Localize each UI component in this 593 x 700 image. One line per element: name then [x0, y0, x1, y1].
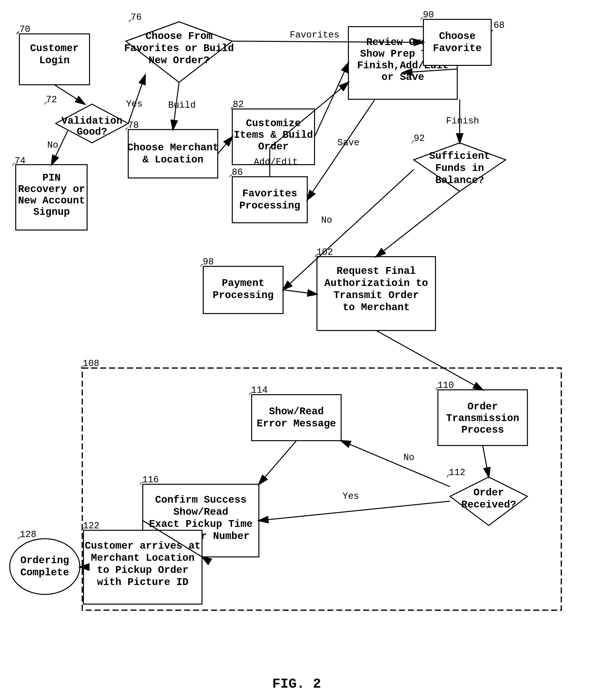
svg-text:to Merchant: to Merchant	[343, 302, 409, 313]
svg-text:122: 122	[83, 521, 100, 531]
svg-text:Processing: Processing	[239, 200, 300, 212]
svg-text:Save: Save	[337, 138, 359, 148]
svg-text:No: No	[47, 140, 58, 150]
svg-text:108: 108	[83, 358, 99, 369]
svg-text:Yes: Yes	[126, 99, 143, 109]
svg-text:Favorites: Favorites	[289, 30, 339, 40]
svg-text:78: 78	[128, 120, 139, 131]
svg-text:Add/Edit: Add/Edit	[254, 157, 298, 167]
svg-text:Confirm Success: Confirm Success	[155, 494, 246, 506]
svg-text:or Save: or Save	[382, 71, 424, 83]
svg-text:Favorites or Build: Favorites or Build	[124, 43, 234, 54]
svg-text:Order: Order	[258, 141, 289, 152]
svg-text:68: 68	[493, 20, 505, 31]
svg-rect-36	[232, 177, 307, 223]
svg-text:Login: Login	[39, 55, 70, 66]
svg-text:90: 90	[423, 10, 434, 20]
svg-text:Items & Build: Items & Build	[234, 129, 313, 141]
svg-text:Customize: Customize	[246, 118, 301, 129]
svg-text:Ordering: Ordering	[20, 555, 69, 566]
svg-text:Transmit Order: Transmit Order	[333, 290, 419, 301]
svg-text:116: 116	[142, 475, 159, 485]
svg-text:102: 102	[316, 247, 333, 257]
svg-text:& Location: & Location	[143, 154, 203, 165]
svg-text:114: 114	[251, 385, 268, 395]
svg-text:Merchant Location: Merchant Location	[91, 552, 195, 564]
svg-text:to Pickup Order: to Pickup Order	[97, 564, 189, 576]
svg-text:76: 76	[131, 12, 142, 23]
svg-text:70: 70	[19, 24, 31, 35]
svg-text:Show/Read: Show/Read	[269, 406, 324, 417]
svg-text:Funds in: Funds in	[435, 162, 484, 174]
svg-text:PIN: PIN	[42, 172, 61, 184]
svg-text:Order: Order	[467, 401, 498, 413]
svg-text:Process: Process	[461, 424, 504, 436]
svg-point-86	[10, 539, 80, 594]
diagram-container: Customer Login 70 Validation Good? 72 PI…	[0, 0, 593, 700]
svg-text:Complete: Complete	[20, 567, 69, 579]
svg-text:Favorites: Favorites	[242, 188, 298, 199]
svg-text:72: 72	[46, 95, 57, 105]
svg-text:Customer arrives at: Customer arrives at	[85, 540, 201, 552]
svg-text:112: 112	[449, 467, 465, 478]
svg-text:Request Final: Request Final	[337, 265, 416, 277]
svg-text:Signup: Signup	[33, 206, 70, 218]
svg-rect-40	[423, 20, 491, 65]
svg-text:128: 128	[20, 529, 36, 540]
svg-text:82: 82	[233, 99, 244, 110]
svg-text:Error Message: Error Message	[257, 418, 336, 430]
svg-text:Good?: Good?	[77, 126, 107, 138]
svg-text:Transmission: Transmission	[446, 413, 519, 424]
svg-text:Received?: Received?	[461, 499, 516, 511]
svg-rect-70	[251, 395, 341, 441]
svg-text:Exact Pickup Time: Exact Pickup Time	[149, 518, 252, 530]
svg-text:Choose Merchant: Choose Merchant	[127, 142, 219, 153]
svg-text:Authorizatioin to: Authorizatioin to	[324, 278, 428, 289]
svg-text:Balance?: Balance?	[435, 175, 484, 186]
svg-rect-20	[128, 130, 218, 178]
svg-text:Validation: Validation	[62, 115, 122, 127]
svg-text:No: No	[403, 452, 414, 463]
figure-label: FIG. 2	[272, 676, 321, 692]
svg-text:Customer: Customer	[30, 43, 79, 54]
svg-text:Sufficient: Sufficient	[429, 150, 490, 162]
svg-text:98: 98	[203, 257, 214, 267]
svg-text:Processing: Processing	[213, 290, 274, 301]
svg-text:Finish: Finish	[446, 116, 479, 126]
svg-text:Choose: Choose	[439, 31, 475, 42]
svg-text:86: 86	[232, 167, 243, 178]
svg-text:New Order?: New Order?	[149, 55, 209, 66]
svg-text:110: 110	[437, 380, 454, 391]
svg-text:Choose From: Choose From	[146, 31, 212, 42]
svg-text:New Account: New Account	[18, 195, 85, 207]
svg-text:Payment: Payment	[222, 278, 265, 289]
svg-text:Favorite: Favorite	[433, 43, 482, 54]
svg-text:with Picture ID: with Picture ID	[97, 577, 189, 588]
svg-text:Yes: Yes	[343, 491, 359, 502]
svg-text:74: 74	[14, 156, 26, 166]
svg-text:Build: Build	[168, 100, 196, 110]
svg-text:Recovery or: Recovery or	[18, 184, 85, 195]
svg-text:92: 92	[414, 133, 425, 144]
svg-text:Order: Order	[473, 487, 504, 499]
svg-text:No: No	[321, 215, 332, 225]
svg-text:Show/Read: Show/Read	[173, 506, 228, 518]
